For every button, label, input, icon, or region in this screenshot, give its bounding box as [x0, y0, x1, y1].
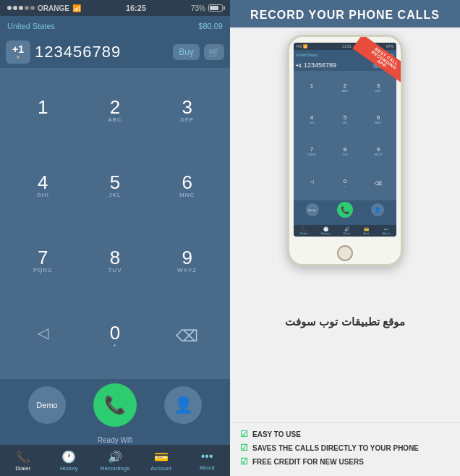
- number-row: +1 ▼ 123456789 Buy 🛒: [0, 36, 230, 68]
- phone-frame: BEST CALL RECORDING APP Pol 📶 11:01 67% …: [287, 35, 403, 266]
- dial-key-9[interactable]: 9 WXYZ: [151, 224, 223, 299]
- wifi-icon: 📶: [72, 4, 81, 12]
- mini-key-9: 9WXYZ: [362, 136, 395, 168]
- dial-key-delete[interactable]: ⌫: [151, 299, 223, 373]
- chevron-down-icon: ▼: [15, 55, 21, 61]
- record-title-text: RECORD YOUR PHONE CALLS: [250, 9, 440, 21]
- mini-dialer-icon: 📞: [302, 226, 307, 231]
- country-code-box[interactable]: +1 ▼: [6, 41, 30, 64]
- dial-key-back[interactable]: ◁: [7, 299, 79, 373]
- country-label: United States: [7, 22, 55, 30]
- mini-nav-history: 🕐 History: [321, 226, 330, 235]
- dial-key-8[interactable]: 8 TUV: [80, 224, 151, 299]
- mini-key-delete: ⌫: [362, 167, 395, 199]
- mini-key-2: 2ABC: [328, 72, 362, 104]
- left-panel: ORANGE 📶 16:25 73% United States $80.09 …: [0, 0, 230, 476]
- battery-icon: [208, 4, 223, 12]
- battery-percent: 73%: [191, 4, 205, 12]
- feature-text-0: EASY TO USE: [252, 430, 301, 438]
- phone-mockup-area: BEST CALL RECORDING APP Pol 📶 11:01 67% …: [230, 27, 460, 422]
- history-icon: 🕐: [61, 450, 76, 464]
- dial-key-7[interactable]: 7 PQRS: [7, 224, 79, 299]
- mini-key-3: 3DEF: [362, 72, 395, 104]
- mini-dialpad: 1 2ABC 3DEF 4GHI 5JKL 6MNC 7PQRS 8TUV 9W…: [294, 71, 396, 200]
- battery-area: 73%: [191, 4, 223, 12]
- mini-account-icon: 💳: [364, 226, 369, 231]
- cart-icon[interactable]: 🛒: [204, 44, 224, 60]
- nav-item-recordings[interactable]: 🔊 Recordings: [92, 450, 138, 472]
- backspace-icon: ⌫: [176, 327, 198, 346]
- credit-label: $80.09: [198, 22, 223, 30]
- feature-item-2: ☑ FREE CREDIT FOR NEW USERS: [240, 456, 450, 467]
- dialer-icon: 📞: [16, 450, 30, 464]
- mini-bottom-nav: 📞 Dialer 🕐 History 🔊 Recs 💳 Acct: [294, 225, 396, 237]
- check-icon-1: ☑: [240, 443, 248, 453]
- account-icon: 💳: [154, 450, 169, 464]
- status-text-row: Ready Wifi: [0, 431, 230, 444]
- mini-key-6: 6MNC: [362, 104, 395, 136]
- contact-button[interactable]: 👤: [164, 386, 202, 424]
- mini-nav-dialer: 📞 Dialer: [300, 226, 307, 235]
- country-code: +1: [12, 43, 24, 55]
- mini-key-1: 1: [295, 72, 328, 104]
- dial-key-2[interactable]: 2 ABC: [80, 74, 151, 148]
- mini-key-5: 5JKL: [328, 104, 362, 136]
- dial-key-1[interactable]: 1: [7, 74, 79, 148]
- dial-key-5[interactable]: 5 JKL: [80, 149, 151, 224]
- mini-demo-btn: Demo: [306, 203, 319, 216]
- dial-key-4[interactable]: 4 GHI: [7, 149, 79, 224]
- action-row: Demo 📞 👤: [0, 379, 230, 431]
- feature-text-1: SAVES THE CALLS DIRECTLY TO YOUR PHONE: [252, 444, 419, 452]
- status-bar: ORANGE 📶 16:25 73%: [0, 0, 230, 16]
- nav-item-account[interactable]: 💳 Account: [138, 450, 184, 472]
- dialpad: 1 2 ABC 3 DEF 4 GHI 5 JKL 6 MNC 7 PQRS 8: [0, 68, 230, 379]
- mini-contact-btn: 👤: [371, 203, 384, 216]
- status-label: Ready Wifi: [98, 436, 132, 444]
- record-title-area: RECORD YOUR PHONE CALLS: [230, 0, 460, 27]
- home-button[interactable]: [337, 245, 353, 261]
- status-left: ORANGE 📶: [7, 4, 81, 12]
- feature-item-1: ☑ SAVES THE CALLS DIRECTLY TO YOUR PHONE: [240, 443, 450, 453]
- dial-key-0[interactable]: 0 +: [80, 299, 151, 373]
- bottom-nav: 📞 Dialer 🕐 History 🔊 Recordings 💳 Accoun…: [0, 444, 230, 476]
- recordings-icon: 🔊: [108, 450, 122, 464]
- arabic-watermark: موقع تطبيقات توب سوفت: [285, 315, 405, 328]
- carrier-label: ORANGE: [38, 4, 69, 12]
- phone-inner-screen: Pol 📶 11:01 67% United States $8.60 +1 1…: [294, 43, 396, 237]
- call-button[interactable]: 📞: [93, 383, 137, 427]
- mini-num: 123456789: [304, 61, 371, 69]
- mini-status-label-row: Ready Wif: [294, 219, 396, 225]
- more-icon: •••: [201, 450, 213, 463]
- mini-key-8: 8TUV: [328, 136, 362, 168]
- mini-key-0: 0+: [328, 167, 362, 199]
- nav-item-about[interactable]: ••• About: [184, 450, 230, 471]
- mini-key-4: 4GHI: [295, 104, 328, 136]
- mini-dialer-lbl: Dialer: [300, 231, 307, 235]
- demo-button[interactable]: Demo: [28, 386, 66, 424]
- mini-code: +1: [296, 63, 302, 68]
- dial-key-3[interactable]: 3 DEF: [151, 74, 223, 148]
- mini-key-back: ◁: [295, 167, 328, 199]
- mini-rec-icon: 🔊: [344, 226, 349, 231]
- nav-item-history[interactable]: 🕐 History: [46, 450, 93, 472]
- nav-item-dialer[interactable]: 📞 Dialer: [0, 450, 46, 472]
- features-list: ☑ EASY TO USE ☑ SAVES THE CALLS DIRECTLY…: [230, 422, 460, 476]
- mini-nav-account: 💳 Acct: [363, 226, 369, 235]
- dial-key-6[interactable]: 6 MNC: [151, 149, 223, 224]
- right-panel: RECORD YOUR PHONE CALLS BEST CALL RECORD…: [230, 0, 460, 476]
- mini-call-btn: 📞: [337, 202, 353, 218]
- buy-button[interactable]: Buy: [173, 44, 200, 60]
- mini-key-7: 7PQRS: [295, 136, 328, 168]
- signal-dots: [7, 6, 35, 10]
- mini-account-lbl: Acct: [363, 231, 369, 235]
- phone-icon: 📞: [104, 395, 126, 415]
- mini-time: 11:01: [342, 44, 352, 48]
- check-icon-0: ☑: [240, 429, 248, 439]
- header-bar: United States $80.09: [0, 16, 230, 36]
- feature-text-2: FREE CREDIT FOR NEW USERS: [252, 458, 364, 466]
- mini-country: United States: [296, 53, 318, 57]
- mini-nav-rec: 🔊 Recs: [344, 226, 350, 235]
- mini-about-lbl: About: [382, 231, 389, 235]
- mini-nav-about: ••• About: [382, 227, 389, 235]
- feature-item-0: ☑ EASY TO USE: [240, 429, 450, 439]
